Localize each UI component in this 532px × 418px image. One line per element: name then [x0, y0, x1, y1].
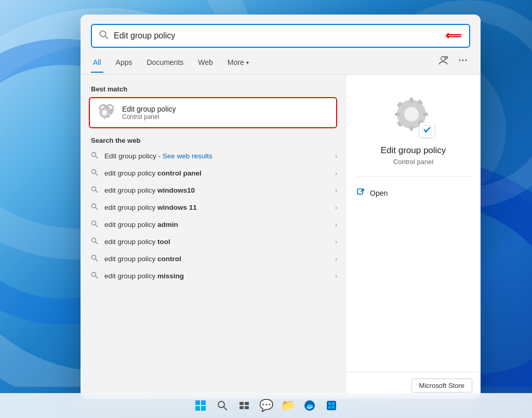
- svg-rect-5: [201, 400, 206, 405]
- right-panel: Edit group policy Control panel Open Mic…: [345, 75, 481, 399]
- web-result-text: edit group policy windows10: [104, 186, 330, 194]
- web-result-item[interactable]: edit group policy tool ›: [81, 233, 345, 250]
- web-result-text: edit group policy control panel: [104, 169, 330, 177]
- svg-point-48: [92, 221, 96, 225]
- taskbar-search[interactable]: [213, 396, 232, 415]
- chevron-right-icon: ›: [335, 187, 337, 194]
- svg-point-42: [92, 170, 96, 174]
- chevron-right-icon: ›: [335, 153, 337, 160]
- svg-point-31: [102, 110, 107, 115]
- best-match-item[interactable]: Edit group policy Control panel: [89, 97, 337, 128]
- svg-rect-18: [328, 406, 331, 409]
- chevron-right-icon: ›: [335, 273, 337, 280]
- open-action[interactable]: Open: [356, 185, 470, 201]
- best-match-app-icon: [97, 103, 116, 122]
- taskbar-taskview[interactable]: [235, 396, 254, 415]
- svg-point-50: [92, 238, 96, 242]
- right-panel-app-title: Edit group policy: [381, 145, 446, 156]
- taskbar-explorer[interactable]: 📁: [278, 396, 297, 415]
- tab-apps[interactable]: Apps: [114, 55, 135, 73]
- tabs-row: All Apps Documents Web More ▾: [81, 48, 481, 75]
- svg-rect-13: [245, 406, 249, 409]
- svg-point-46: [92, 204, 96, 208]
- svg-line-41: [96, 156, 98, 159]
- svg-line-51: [96, 242, 98, 245]
- web-result-item[interactable]: edit group policy missing ›: [81, 267, 345, 285]
- chevron-right-icon: ›: [335, 204, 337, 211]
- svg-rect-58: [410, 98, 413, 103]
- chevron-right-icon: ›: [335, 238, 337, 246]
- svg-point-22: [441, 57, 445, 61]
- left-panel: Best match: [81, 75, 345, 399]
- svg-line-43: [96, 173, 98, 176]
- taskbar-teams[interactable]: 💬: [257, 396, 275, 415]
- svg-line-68: [361, 189, 364, 192]
- svg-line-53: [96, 259, 98, 262]
- svg-rect-11: [245, 402, 249, 405]
- best-match-title: Edit group policy: [122, 105, 176, 113]
- chevron-right-icon: ›: [335, 221, 337, 228]
- web-result-item[interactable]: edit group policy control panel ›: [81, 165, 345, 182]
- svg-rect-59: [410, 126, 413, 131]
- tab-documents[interactable]: Documents: [144, 55, 185, 73]
- web-search-icon: [91, 169, 99, 178]
- chevron-down-icon: ▾: [246, 60, 249, 65]
- svg-point-57: [404, 107, 419, 122]
- svg-rect-4: [195, 400, 200, 405]
- svg-point-20: [100, 31, 106, 37]
- open-icon: [356, 188, 365, 198]
- web-result-item[interactable]: edit group policy windows10 ›: [81, 182, 345, 199]
- svg-rect-34: [100, 112, 102, 113]
- arrow-indicator: ⟸: [445, 29, 462, 43]
- svg-point-8: [218, 401, 224, 408]
- web-result-item[interactable]: edit group policy windows 11 ›: [81, 199, 345, 216]
- search-input[interactable]: [114, 31, 435, 41]
- svg-line-9: [224, 407, 227, 410]
- web-result-text: edit group policy admin: [104, 221, 330, 228]
- svg-rect-67: [357, 189, 363, 194]
- web-result-text: edit group policy windows 11: [104, 204, 330, 211]
- svg-rect-6: [195, 406, 200, 411]
- right-panel-app-subtitle: Control panel: [393, 158, 433, 166]
- web-result-text: edit group policy control: [104, 255, 330, 263]
- ms-store-button[interactable]: Microsoft Store: [411, 379, 472, 393]
- web-search-icon: [91, 272, 99, 280]
- svg-point-26: [462, 60, 464, 61]
- best-match-subtitle: Control panel: [122, 113, 176, 120]
- web-section-label: Search the web: [81, 130, 345, 147]
- web-result-item[interactable]: edit group policy control ›: [81, 250, 345, 267]
- right-panel-content: Edit group policy Control panel Open: [346, 75, 481, 372]
- main-content: Best match: [81, 75, 481, 399]
- search-bar-area: ⟸: [81, 15, 481, 48]
- web-search-icon: [91, 186, 99, 195]
- web-search-icon: [91, 203, 99, 212]
- tab-more[interactable]: More ▾: [225, 55, 251, 73]
- chevron-right-icon: ›: [335, 255, 337, 263]
- svg-rect-35: [111, 112, 113, 113]
- svg-line-47: [96, 208, 98, 210]
- best-match-text: Edit group policy Control panel: [122, 105, 176, 120]
- tab-all[interactable]: All: [91, 55, 103, 73]
- taskbar-store[interactable]: [322, 396, 341, 415]
- svg-rect-10: [240, 402, 244, 405]
- tab-web[interactable]: Web: [196, 55, 215, 73]
- taskbar-start[interactable]: [191, 396, 210, 415]
- svg-line-21: [105, 36, 109, 39]
- divider: [356, 176, 470, 177]
- web-result-item[interactable]: edit group policy admin ›: [81, 216, 345, 233]
- svg-rect-33: [104, 117, 105, 119]
- svg-point-40: [92, 153, 96, 157]
- svg-rect-32: [104, 106, 105, 109]
- svg-rect-17: [332, 402, 335, 405]
- svg-point-52: [92, 255, 96, 260]
- web-result-item[interactable]: Edit group policy - See web results ›: [81, 147, 345, 165]
- svg-point-54: [92, 273, 96, 277]
- taskbar-edge[interactable]: [300, 396, 319, 415]
- svg-line-55: [96, 276, 98, 279]
- switch-account-icon[interactable]: [436, 53, 450, 70]
- more-options-icon[interactable]: [456, 53, 470, 70]
- app-icon-large: [393, 96, 434, 137]
- web-search-icon: [91, 220, 99, 229]
- svg-rect-12: [240, 406, 244, 409]
- web-result-text: edit group policy missing: [104, 272, 330, 280]
